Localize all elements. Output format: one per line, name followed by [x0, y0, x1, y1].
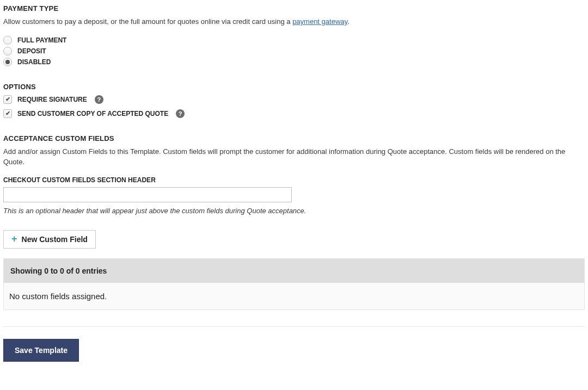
- new-custom-field-button[interactable]: + New Custom Field: [3, 230, 96, 249]
- payment-option-full[interactable]: FULL PAYMENT: [3, 36, 585, 45]
- custom-fields-desc: Add and/or assign Custom Fields to this …: [3, 147, 585, 168]
- custom-fields-title: ACCEPTANCE CUSTOM FIELDS: [3, 134, 585, 143]
- payment-desc-suffix: .: [347, 17, 350, 26]
- plus-icon: +: [11, 237, 17, 242]
- payment-option-deposit-label: DEPOSIT: [17, 47, 46, 55]
- payment-option-full-label: FULL PAYMENT: [17, 36, 66, 44]
- checkbox-icon: ✔: [3, 95, 12, 104]
- options-section: OPTIONS ✔ REQUIRE SIGNATURE ? ✔ SEND CUS…: [3, 83, 585, 118]
- help-icon[interactable]: ?: [176, 109, 185, 118]
- checkout-header-input[interactable]: [3, 187, 292, 202]
- divider: [3, 326, 585, 327]
- checkout-header-help: This is an optional header that will app…: [3, 207, 585, 215]
- payment-type-section: PAYMENT TYPE Allow customers to pay a de…: [3, 4, 585, 66]
- payment-gateway-link[interactable]: payment gateway: [292, 17, 347, 26]
- new-custom-field-label: New Custom Field: [22, 235, 88, 244]
- payment-type-title: PAYMENT TYPE: [3, 4, 585, 13]
- custom-fields-table: Showing 0 to 0 of 0 entries No custom fi…: [3, 258, 585, 310]
- options-title: OPTIONS: [3, 83, 585, 91]
- require-signature-label: REQUIRE SIGNATURE: [17, 96, 87, 103]
- radio-icon: [3, 36, 12, 45]
- table-empty-message: No custom fields assigned.: [4, 283, 584, 309]
- check-mark-icon: ✔: [5, 110, 10, 116]
- payment-option-disabled[interactable]: DISABLED: [3, 58, 585, 66]
- save-template-button[interactable]: Save Template: [3, 339, 79, 362]
- payment-type-desc: Allow customers to pay a deposit, or the…: [3, 17, 585, 27]
- payment-option-disabled-label: DISABLED: [17, 58, 51, 66]
- table-summary: Showing 0 to 0 of 0 entries: [4, 259, 584, 283]
- payment-option-deposit[interactable]: DEPOSIT: [3, 47, 585, 55]
- radio-dot-icon: [5, 60, 10, 64]
- option-send-customer-copy[interactable]: ✔ SEND CUSTOMER COPY OF ACCEPTED QUOTE ?: [3, 109, 585, 118]
- radio-icon: [3, 58, 12, 66]
- check-mark-icon: ✔: [5, 96, 10, 102]
- option-require-signature[interactable]: ✔ REQUIRE SIGNATURE ?: [3, 95, 585, 104]
- radio-icon: [3, 47, 12, 55]
- payment-desc-prefix: Allow customers to pay a deposit, or the…: [3, 17, 292, 26]
- checkout-header-label: CHECKOUT CUSTOM FIELDS SECTION HEADER: [3, 176, 585, 184]
- help-icon[interactable]: ?: [95, 95, 103, 104]
- checkbox-icon: ✔: [3, 109, 12, 118]
- send-copy-label: SEND CUSTOMER COPY OF ACCEPTED QUOTE: [17, 110, 168, 117]
- custom-fields-section: ACCEPTANCE CUSTOM FIELDS Add and/or assi…: [3, 134, 585, 310]
